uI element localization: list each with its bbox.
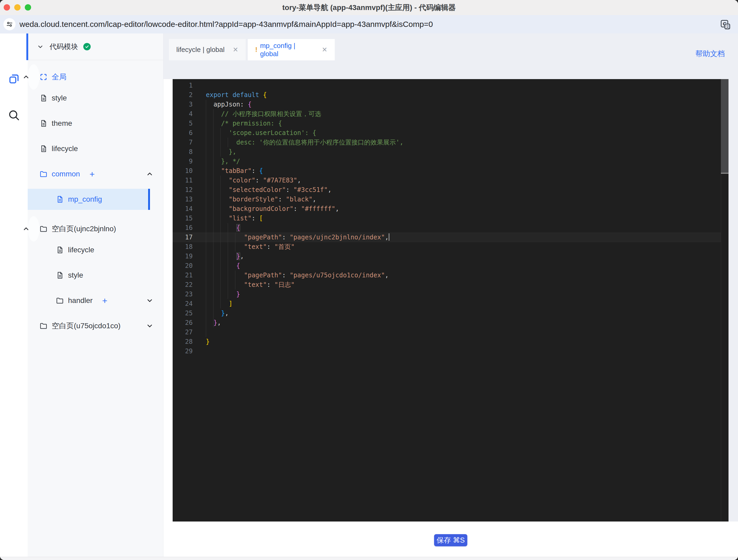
token: , [328,186,331,194]
add-item-button[interactable]: + [89,170,95,178]
code-text: }, */ [206,158,240,165]
line-number: 4 [172,109,193,119]
code-text: export default { [206,91,267,98]
code-text: { [206,262,240,269]
token: : [256,177,263,184]
token: , [217,319,221,326]
token: "#ffffff" [301,205,335,213]
token: [ [259,215,263,222]
sidebar-item-mp_config[interactable]: mp_config [28,187,163,212]
sidebar-item-lifecycle[interactable]: lifecycle [28,237,163,263]
close-icon[interactable]: ✕ [226,46,238,53]
line-number: 11 [172,176,193,185]
add-item-button[interactable]: + [102,297,107,304]
chevron-up-icon[interactable] [146,171,153,178]
folder-icon [39,322,47,330]
code-line-20: 20 { [172,261,729,271]
code-editor[interactable]: 12export default {3 appJson: {4 // 小程序接口… [172,79,729,522]
close-icon[interactable]: ✕ [315,46,327,53]
address-bar: weda.cloud.tencent.com/lcap-editor/lowco… [0,15,738,34]
file-icon [39,119,47,127]
chevron-up-icon[interactable] [23,73,29,80]
token: { [263,91,267,98]
code-text: ] [206,300,233,307]
token: "black" [286,196,312,203]
code-line-21: 21 "pagePath": "pages/u75ojcdo1co/index"… [172,271,729,280]
line-number: 12 [172,185,193,195]
tab-mp-config-global[interactable]: ! mp_config | global ✕ [248,39,335,60]
code-text: // 小程序接口权限相关设置，可选 [206,110,321,117]
code-line-6: 6 'scope.userLocation': { [172,128,729,137]
sidebar-item-theme[interactable]: theme [28,111,163,136]
code-text: }, [206,319,221,326]
sidebar-item-空白页-u75ojcdo1co-[interactable]: 空白页(u75ojcdo1co) [28,313,163,338]
sidebar-item-label: 空白页(ujnc2bjnlno) [52,224,116,234]
sidebar-item-label: lifecycle [52,145,78,153]
line-number: 1 [172,81,193,90]
code-line-7: 7 desc: '你的位置信息将用于小程序位置接口的效果展示', [172,137,729,147]
sidebar-header[interactable]: 代码模块 [28,33,163,60]
file-icon [56,246,64,254]
token: "color" [229,177,256,184]
token: desc: '你的位置信息将用于小程序位置接口的效果展示', [206,139,403,146]
token: // 小程序接口权限相关设置，可选 [221,110,321,117]
token: }, */ [206,158,240,165]
sidebar-item-label: handler [68,296,92,305]
sidebar-item-handler[interactable]: handler+ [28,288,163,313]
code-line-13: 13 "borderStyle": "black", [172,195,729,204]
code-text: }, [206,309,229,317]
token: export default [206,91,259,98]
code-modules-rail-icon[interactable] [8,73,20,85]
token [206,272,244,279]
token: : [252,167,259,175]
svg-text:文: 文 [726,24,730,29]
sidebar-item-common[interactable]: common+ [28,161,163,187]
line-number: 22 [172,280,193,289]
code-line-28: 28} [172,337,729,346]
code-line-9: 9 }, */ [172,157,729,166]
translate-icon[interactable]: G 文 [720,19,731,30]
token: { [237,224,240,232]
sidebar-item-style[interactable]: style [28,263,163,288]
token: : [282,234,290,241]
save-button[interactable]: 保存 ⌘S [434,534,467,546]
chevron-down-icon[interactable] [146,297,153,304]
tab-lifecycle-global[interactable]: lifecycle | global ✕ [169,39,246,60]
search-rail-icon[interactable] [8,109,20,121]
chevron-down-icon [37,43,44,50]
code-text: "pagePath": "pages/u75ojcdo1co/index", [206,272,389,279]
code-line-1: 1 [172,81,729,90]
token [206,300,229,307]
line-number: 26 [172,318,193,327]
token: "backgroundColor" [229,205,294,213]
sidebar-item-label: lifecycle [68,246,94,254]
token: "tabBar" [221,167,252,175]
line-number: 15 [172,214,193,223]
chevron-up-icon[interactable] [23,225,29,232]
code-text: { [206,224,240,232]
sidebar-item-label: style [52,94,67,102]
token [206,262,237,269]
sidebar-item-style[interactable]: style [28,85,163,111]
token: "borderStyle" [229,196,278,203]
tab-label: mp_config | global [260,42,315,58]
token: , [313,196,316,203]
site-settings-button[interactable] [3,18,16,30]
token: , [297,177,301,184]
code-text: "list": [ [206,215,263,222]
line-number: 20 [172,261,193,271]
token [206,205,229,213]
rail-active-indicator [26,33,28,60]
code-text: "selectedColor": "#3cc51f", [206,186,332,194]
chevron-down-icon[interactable] [146,322,153,329]
line-number: 19 [172,252,193,261]
sidebar-item-label: mp_config [68,195,102,204]
help-docs-link[interactable]: 帮助文档 [695,49,725,59]
sidebar-item-lifecycle[interactable]: lifecycle [28,136,163,161]
token [206,167,221,175]
code-text: /* permission: { [206,120,282,127]
code-text: "backgroundColor": "#ffffff", [206,205,339,213]
url-field[interactable]: weda.cloud.tencent.com/lcap-editor/lowco… [19,15,433,33]
check-badge-icon [83,43,91,50]
token: "pages/ujnc2bjnlno/index" [290,234,385,241]
